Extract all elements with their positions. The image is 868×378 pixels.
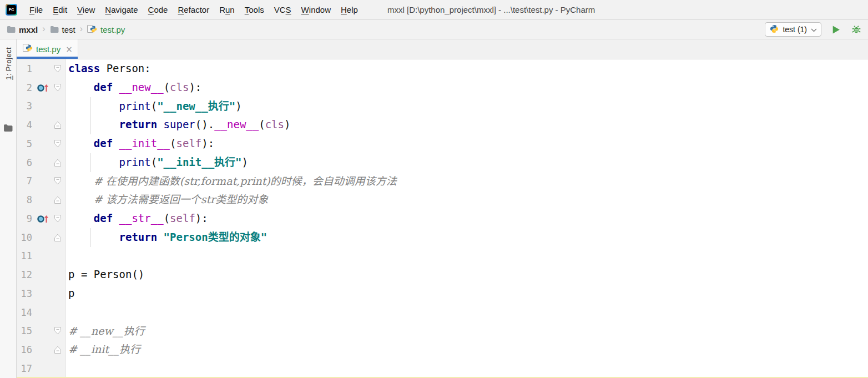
gutter-line-14[interactable]: 14: [17, 303, 65, 322]
indent-guide: [90, 228, 91, 247]
gutter-line-11[interactable]: 11: [17, 247, 65, 266]
breadcrumb-item-test[interactable]: test: [50, 25, 75, 34]
chevron-down-icon: [811, 25, 817, 34]
gutter-line-17[interactable]: 17: [17, 359, 65, 378]
breadcrumb-item-mxxl[interactable]: mxxl: [7, 25, 38, 34]
code-line-5[interactable]: def __init__(self):: [65, 134, 868, 153]
gutter: 12 3456789 1011121314151617: [17, 59, 65, 378]
gutter-line-13[interactable]: 13: [17, 284, 65, 303]
fold-end-icon[interactable]: [54, 120, 65, 129]
tab-test-py[interactable]: test.py ×: [17, 39, 78, 59]
code-line-9[interactable]: def __str__(self):: [65, 209, 868, 228]
folder-icon: [50, 26, 59, 33]
project-tool-window-button[interactable]: 1: Project: [4, 47, 12, 80]
breadcrumb-separator-icon: ›: [42, 24, 45, 33]
menu-navigate[interactable]: Navigate: [100, 0, 143, 20]
fold-end-icon[interactable]: [54, 233, 65, 242]
line-number: 10: [17, 232, 32, 243]
gutter-line-7[interactable]: 7: [17, 172, 65, 191]
gutter-line-6[interactable]: 6: [17, 153, 65, 172]
gutter-line-8[interactable]: 8: [17, 190, 65, 209]
tab-label: test.py: [36, 44, 60, 54]
debug-button[interactable]: [850, 23, 862, 36]
fold-end-icon[interactable]: [54, 345, 65, 354]
gutter-line-3[interactable]: 3: [17, 97, 65, 116]
line-number: 12: [17, 269, 32, 280]
menu-refactor[interactable]: Refactor: [173, 0, 214, 20]
gutter-line-10[interactable]: 10: [17, 228, 65, 247]
navigation-bar: mxxl›test› test.py test (1): [0, 20, 868, 39]
gutter-line-5[interactable]: 5: [17, 134, 65, 153]
menu-edit[interactable]: Edit: [48, 0, 72, 20]
fold-start-icon[interactable]: [54, 139, 65, 148]
fold-end-icon[interactable]: [54, 158, 65, 167]
overriding-method-icon[interactable]: [32, 214, 54, 224]
code-line-17[interactable]: [65, 359, 868, 378]
gutter-line-12[interactable]: 12: [17, 265, 65, 284]
line-number: 14: [17, 307, 32, 318]
line-number: 6: [17, 157, 32, 168]
window-title: mxxl [D:\python_project\mxxl] - ...\test…: [387, 0, 595, 20]
indent-guide: [90, 153, 91, 172]
line-number: 4: [17, 119, 32, 130]
code-line-15[interactable]: # __new__执行: [65, 322, 868, 341]
run-configuration-label: test (1): [783, 25, 807, 34]
menu-window[interactable]: Window: [296, 0, 336, 20]
indent-guide: [90, 115, 91, 134]
line-number: 5: [17, 138, 32, 149]
menu-run[interactable]: Run: [214, 0, 240, 20]
overriding-method-icon[interactable]: [32, 83, 54, 93]
menu-view[interactable]: View: [72, 0, 100, 20]
code-line-13[interactable]: p: [65, 284, 868, 303]
editor[interactable]: 12 3456789 1011121314151617 class Person…: [17, 59, 868, 378]
menu-vcs[interactable]: VCS: [269, 0, 296, 20]
code-line-14[interactable]: [65, 303, 868, 322]
folder-icon: [7, 26, 16, 33]
editor-tab-bar: test.py ×: [17, 39, 868, 59]
line-number: 17: [17, 363, 32, 374]
breadcrumb-label: test: [62, 25, 75, 34]
code-line-1[interactable]: class Person:: [65, 59, 868, 78]
run-configuration-select[interactable]: test (1): [765, 22, 821, 37]
python-file-icon: [23, 44, 33, 55]
left-tool-stripe: 1: Project: [0, 39, 17, 378]
close-icon[interactable]: ×: [65, 44, 73, 54]
menu-tools[interactable]: Tools: [240, 0, 269, 20]
line-number: 11: [17, 250, 32, 261]
code-area[interactable]: class Person: def __new__(cls): print("_…: [65, 59, 868, 378]
gutter-line-2[interactable]: 2: [17, 78, 65, 97]
pycharm-logo-icon: PC: [6, 4, 17, 16]
breadcrumb-item-test-py[interactable]: test.py: [87, 25, 125, 34]
line-number: 1: [17, 63, 32, 74]
fold-end-icon[interactable]: [54, 195, 65, 204]
code-line-2[interactable]: def __new__(cls):: [65, 78, 868, 97]
gutter-line-4[interactable]: 4: [17, 115, 65, 134]
fold-start-icon[interactable]: [54, 214, 65, 223]
code-line-6[interactable]: print("__init__执行"): [65, 153, 868, 172]
gutter-line-16[interactable]: 16: [17, 340, 65, 359]
code-line-3[interactable]: print("__new__执行"): [65, 97, 868, 116]
menu-help[interactable]: Help: [336, 0, 363, 20]
menu-bar: PC FileEditViewNavigateCodeRefactorRunTo…: [0, 0, 868, 20]
code-line-11[interactable]: [65, 247, 868, 266]
code-line-16[interactable]: # __init__执行: [65, 340, 868, 359]
menu-file[interactable]: File: [24, 0, 48, 20]
code-line-10[interactable]: return "Person类型的对象": [65, 228, 868, 247]
python-logo-icon: [770, 24, 779, 35]
gutter-line-9[interactable]: 9: [17, 209, 65, 228]
fold-start-icon[interactable]: [54, 83, 65, 92]
menu-items: FileEditViewNavigateCodeRefactorRunTools…: [24, 0, 363, 20]
run-button[interactable]: [830, 23, 842, 36]
gutter-line-1[interactable]: 1: [17, 59, 65, 78]
fold-start-icon[interactable]: [54, 326, 65, 335]
gutter-line-15[interactable]: 15: [17, 322, 65, 341]
line-number: 3: [17, 100, 32, 112]
code-line-4[interactable]: return super().__new__(cls): [65, 115, 868, 134]
fold-start-icon[interactable]: [54, 64, 65, 73]
code-line-8[interactable]: # 该方法需要返回一个str类型的对象: [65, 190, 868, 209]
menu-code[interactable]: Code: [143, 0, 173, 20]
fold-start-icon[interactable]: [54, 177, 65, 185]
line-number: 16: [17, 344, 32, 355]
code-line-7[interactable]: # 在使用内建函数(str,format,print)的时候，会自动调用该方法: [65, 172, 868, 191]
code-line-12[interactable]: p = Person(): [65, 265, 868, 284]
